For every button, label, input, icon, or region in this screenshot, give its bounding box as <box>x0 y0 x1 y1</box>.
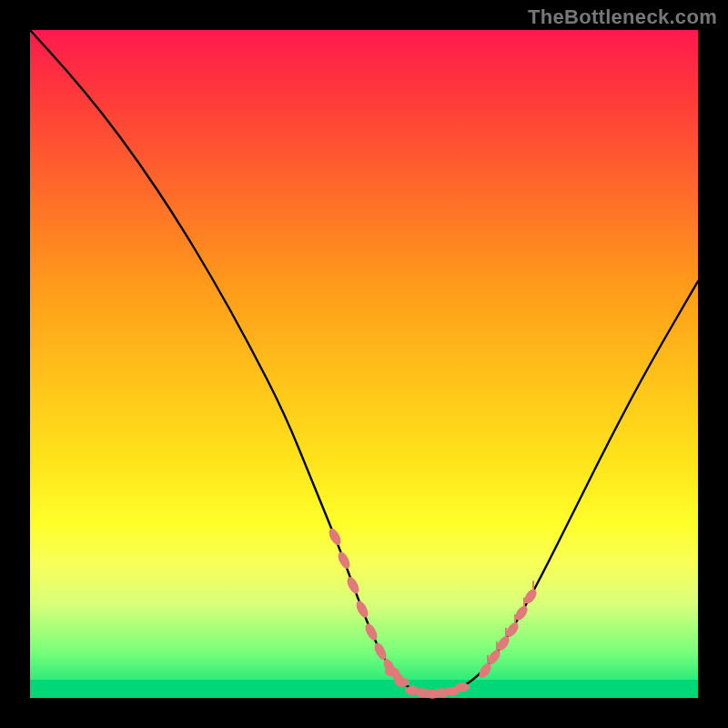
curve-layer <box>30 30 698 698</box>
marker-dot <box>455 682 470 692</box>
marker-dot <box>385 668 399 677</box>
watermark-text: TheBottleneck.com <box>528 5 717 29</box>
marker-dot <box>372 642 389 662</box>
chart-frame: TheBottleneck.com <box>0 0 728 728</box>
marker-dot <box>363 622 379 642</box>
marker-dot <box>327 527 343 547</box>
bottleneck-curve <box>30 30 698 693</box>
marker-dot <box>336 551 352 571</box>
marker-dot <box>354 599 370 619</box>
marker-dot <box>345 575 361 595</box>
marker-dot <box>395 678 410 687</box>
markers-group <box>327 527 539 699</box>
